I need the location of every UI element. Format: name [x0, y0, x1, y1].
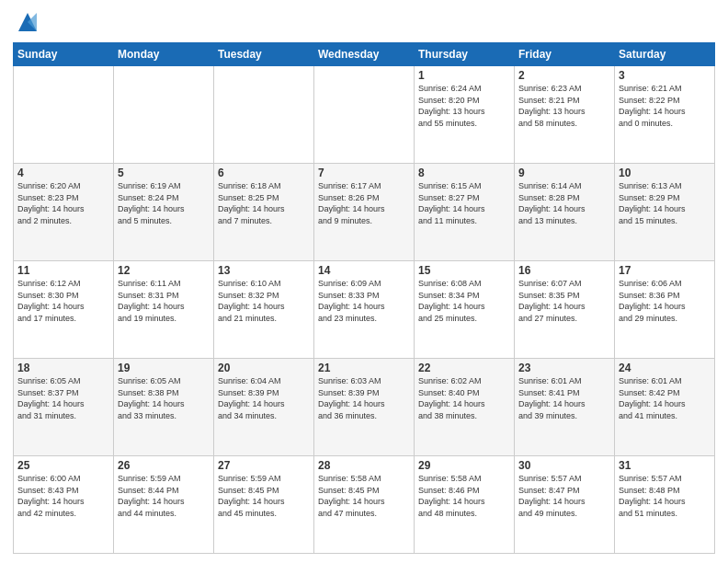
day-number: 25 [17, 459, 109, 472]
day-info: Sunrise: 6:23 AM Sunset: 8:21 PM Dayligh… [518, 83, 610, 129]
header-row: Sunday Monday Tuesday Wednesday Thursday… [14, 43, 715, 66]
day-info: Sunrise: 5:58 AM Sunset: 8:46 PM Dayligh… [418, 473, 510, 519]
table-row [214, 66, 314, 164]
table-row: 21Sunrise: 6:03 AM Sunset: 8:39 PM Dayli… [314, 359, 415, 456]
day-info: Sunrise: 6:12 AM Sunset: 8:30 PM Dayligh… [17, 278, 109, 324]
day-number: 31 [619, 459, 711, 472]
day-number: 8 [418, 167, 510, 179]
calendar-week-row: 11Sunrise: 6:12 AM Sunset: 8:30 PM Dayli… [14, 261, 715, 359]
table-row: 6Sunrise: 6:18 AM Sunset: 8:25 PM Daylig… [214, 164, 314, 261]
day-number: 9 [518, 167, 610, 179]
day-info: Sunrise: 5:59 AM Sunset: 8:44 PM Dayligh… [118, 473, 210, 519]
day-info: Sunrise: 6:13 AM Sunset: 8:29 PM Dayligh… [619, 180, 711, 226]
day-number: 13 [218, 264, 310, 277]
day-number: 24 [619, 362, 711, 374]
col-saturday: Saturday [615, 43, 715, 66]
day-info: Sunrise: 5:59 AM Sunset: 8:45 PM Dayligh… [218, 473, 310, 519]
day-info: Sunrise: 6:01 AM Sunset: 8:41 PM Dayligh… [518, 375, 610, 421]
day-info: Sunrise: 5:57 AM Sunset: 8:48 PM Dayligh… [619, 473, 711, 519]
day-number: 22 [418, 362, 510, 374]
day-number: 29 [418, 459, 510, 472]
day-info: Sunrise: 6:11 AM Sunset: 8:31 PM Dayligh… [118, 278, 210, 324]
calendar-week-row: 25Sunrise: 6:00 AM Sunset: 8:43 PM Dayli… [14, 456, 715, 554]
table-row: 19Sunrise: 6:05 AM Sunset: 8:38 PM Dayli… [114, 359, 214, 456]
logo [13, 9, 40, 35]
day-number: 5 [118, 167, 210, 179]
table-row: 25Sunrise: 6:00 AM Sunset: 8:43 PM Dayli… [14, 456, 114, 554]
col-monday: Monday [114, 43, 214, 66]
day-info: Sunrise: 6:24 AM Sunset: 8:20 PM Dayligh… [418, 83, 510, 129]
table-row: 9Sunrise: 6:14 AM Sunset: 8:28 PM Daylig… [515, 164, 615, 261]
day-number: 11 [17, 264, 109, 277]
table-row: 3Sunrise: 6:21 AM Sunset: 8:22 PM Daylig… [615, 66, 715, 164]
day-number: 14 [318, 264, 410, 277]
day-number: 16 [518, 264, 610, 277]
day-number: 1 [418, 69, 510, 82]
logo-icon [15, 9, 40, 35]
table-row: 7Sunrise: 6:17 AM Sunset: 8:26 PM Daylig… [314, 164, 415, 261]
col-friday: Friday [515, 43, 615, 66]
day-info: Sunrise: 6:17 AM Sunset: 8:26 PM Dayligh… [318, 180, 410, 226]
table-row [14, 66, 114, 164]
table-row: 22Sunrise: 6:02 AM Sunset: 8:40 PM Dayli… [415, 359, 515, 456]
day-number: 10 [619, 167, 711, 179]
day-number: 30 [518, 459, 610, 472]
table-row: 16Sunrise: 6:07 AM Sunset: 8:35 PM Dayli… [515, 261, 615, 359]
header [13, 9, 715, 35]
day-info: Sunrise: 6:18 AM Sunset: 8:25 PM Dayligh… [218, 180, 310, 226]
day-number: 17 [619, 264, 711, 277]
day-info: Sunrise: 6:06 AM Sunset: 8:36 PM Dayligh… [619, 278, 711, 324]
col-sunday: Sunday [14, 43, 114, 66]
day-number: 27 [218, 459, 310, 472]
col-wednesday: Wednesday [314, 43, 415, 66]
table-row: 15Sunrise: 6:08 AM Sunset: 8:34 PM Dayli… [415, 261, 515, 359]
day-number: 21 [318, 362, 410, 374]
calendar-week-row: 18Sunrise: 6:05 AM Sunset: 8:37 PM Dayli… [14, 359, 715, 456]
day-number: 12 [118, 264, 210, 277]
col-tuesday: Tuesday [214, 43, 314, 66]
table-row [314, 66, 415, 164]
calendar-week-row: 1Sunrise: 6:24 AM Sunset: 8:20 PM Daylig… [14, 66, 715, 164]
day-info: Sunrise: 6:07 AM Sunset: 8:35 PM Dayligh… [518, 278, 610, 324]
table-row: 31Sunrise: 5:57 AM Sunset: 8:48 PM Dayli… [615, 456, 715, 554]
table-row: 11Sunrise: 6:12 AM Sunset: 8:30 PM Dayli… [14, 261, 114, 359]
table-row: 13Sunrise: 6:10 AM Sunset: 8:32 PM Dayli… [214, 261, 314, 359]
table-row: 29Sunrise: 5:58 AM Sunset: 8:46 PM Dayli… [415, 456, 515, 554]
table-row: 14Sunrise: 6:09 AM Sunset: 8:33 PM Dayli… [314, 261, 415, 359]
day-info: Sunrise: 5:58 AM Sunset: 8:45 PM Dayligh… [318, 473, 410, 519]
table-row: 5Sunrise: 6:19 AM Sunset: 8:24 PM Daylig… [114, 164, 214, 261]
table-row: 30Sunrise: 5:57 AM Sunset: 8:47 PM Dayli… [515, 456, 615, 554]
day-info: Sunrise: 6:01 AM Sunset: 8:42 PM Dayligh… [619, 375, 711, 421]
day-info: Sunrise: 6:00 AM Sunset: 8:43 PM Dayligh… [17, 473, 109, 519]
day-number: 6 [218, 167, 310, 179]
day-number: 26 [118, 459, 210, 472]
table-row: 24Sunrise: 6:01 AM Sunset: 8:42 PM Dayli… [615, 359, 715, 456]
day-info: Sunrise: 6:21 AM Sunset: 8:22 PM Dayligh… [619, 83, 711, 129]
day-info: Sunrise: 6:14 AM Sunset: 8:28 PM Dayligh… [518, 180, 610, 226]
table-row: 23Sunrise: 6:01 AM Sunset: 8:41 PM Dayli… [515, 359, 615, 456]
day-info: Sunrise: 6:05 AM Sunset: 8:37 PM Dayligh… [17, 375, 109, 421]
table-row: 4Sunrise: 6:20 AM Sunset: 8:23 PM Daylig… [14, 164, 114, 261]
col-thursday: Thursday [415, 43, 515, 66]
day-info: Sunrise: 6:03 AM Sunset: 8:39 PM Dayligh… [318, 375, 410, 421]
day-number: 4 [17, 167, 109, 179]
day-number: 20 [218, 362, 310, 374]
table-row: 1Sunrise: 6:24 AM Sunset: 8:20 PM Daylig… [415, 66, 515, 164]
table-row: 10Sunrise: 6:13 AM Sunset: 8:29 PM Dayli… [615, 164, 715, 261]
day-info: Sunrise: 5:57 AM Sunset: 8:47 PM Dayligh… [518, 473, 610, 519]
table-row: 26Sunrise: 5:59 AM Sunset: 8:44 PM Dayli… [114, 456, 214, 554]
day-number: 15 [418, 264, 510, 277]
table-row: 2Sunrise: 6:23 AM Sunset: 8:21 PM Daylig… [515, 66, 615, 164]
day-number: 19 [118, 362, 210, 374]
day-number: 3 [619, 69, 711, 82]
table-row: 17Sunrise: 6:06 AM Sunset: 8:36 PM Dayli… [615, 261, 715, 359]
day-info: Sunrise: 6:04 AM Sunset: 8:39 PM Dayligh… [218, 375, 310, 421]
table-row: 27Sunrise: 5:59 AM Sunset: 8:45 PM Dayli… [214, 456, 314, 554]
table-row: 8Sunrise: 6:15 AM Sunset: 8:27 PM Daylig… [415, 164, 515, 261]
day-info: Sunrise: 6:08 AM Sunset: 8:34 PM Dayligh… [418, 278, 510, 324]
calendar-page: Sunday Monday Tuesday Wednesday Thursday… [0, 0, 728, 563]
day-info: Sunrise: 6:20 AM Sunset: 8:23 PM Dayligh… [17, 180, 109, 226]
day-number: 23 [518, 362, 610, 374]
table-row [114, 66, 214, 164]
calendar-table: Sunday Monday Tuesday Wednesday Thursday… [13, 42, 715, 554]
